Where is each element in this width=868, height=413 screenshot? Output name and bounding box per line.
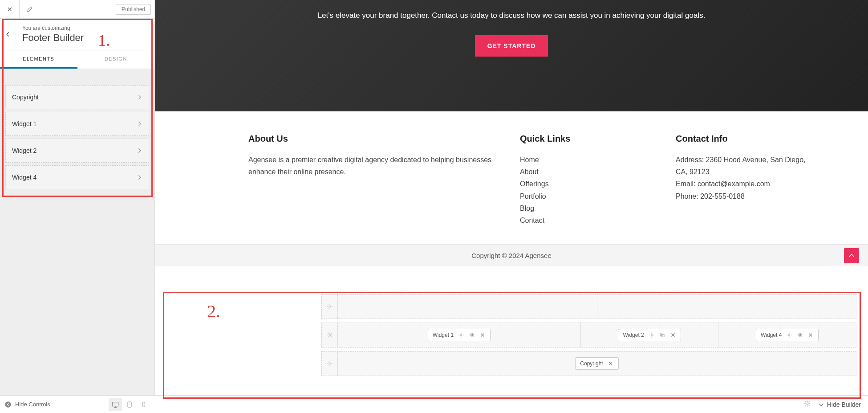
svg-rect-9	[798, 333, 801, 336]
close-button[interactable]	[0, 0, 20, 19]
row-settings-button[interactable]	[322, 294, 338, 319]
row-settings-button[interactable]	[322, 323, 338, 347]
tablet-icon	[126, 401, 133, 408]
gear-icon[interactable]	[786, 332, 792, 338]
gear-icon	[327, 303, 333, 310]
link-home[interactable]: Home	[520, 154, 653, 166]
scroll-top-button[interactable]	[844, 248, 859, 263]
hide-builder-label: Hide Builder	[827, 401, 861, 408]
element-item-widget4[interactable]: Widget 4	[5, 165, 149, 189]
device-desktop-button[interactable]	[109, 398, 122, 411]
svg-point-11	[329, 363, 331, 364]
close-icon[interactable]	[479, 332, 486, 338]
desktop-icon	[111, 401, 119, 409]
device-toggle-group	[109, 398, 150, 411]
duplicate-icon[interactable]	[659, 332, 665, 338]
customizer-titles: You are customizing Footer Builder	[16, 20, 90, 48]
builder-cell[interactable]: Widget 4	[718, 323, 856, 347]
builder-cell[interactable]	[597, 294, 856, 319]
copyright-text: Copyright © 2024 Agensee	[471, 252, 552, 259]
close-icon[interactable]	[608, 360, 614, 367]
cta-button[interactable]: GET STARTED	[475, 35, 548, 57]
back-button[interactable]	[0, 19, 16, 50]
customizer-header: You are customizing Footer Builder	[0, 19, 154, 50]
builder-row-bottom[interactable]: Copyright	[321, 351, 856, 376]
widget-chip-4[interactable]: Widget 4	[756, 329, 819, 341]
chip-label: Widget 2	[623, 332, 644, 338]
chevron-left-icon	[5, 31, 11, 37]
svg-rect-3	[470, 333, 473, 336]
builder-cell[interactable]	[338, 294, 597, 319]
svg-point-16	[807, 403, 808, 405]
close-icon	[6, 6, 13, 13]
widget-contact: Contact Info Address: 2360 Hood Avenue, …	[676, 134, 809, 226]
device-tablet-button[interactable]	[123, 398, 136, 411]
element-label: Copyright	[12, 94, 39, 101]
contact-address: Address: 2360 Hood Avenue, San Diego, CA…	[676, 154, 809, 178]
element-item-widget1[interactable]: Widget 1	[5, 112, 149, 136]
widget-text: Agensee is a premier creative digital ag…	[248, 154, 498, 178]
quicklinks-list: Home About Offerings Portfolio Blog Cont…	[520, 154, 653, 226]
close-icon[interactable]	[807, 332, 814, 338]
footer-widgets: About Us Agensee is a premier creative d…	[155, 111, 868, 244]
link-offerings[interactable]: Offerings	[520, 178, 653, 190]
chevron-up-icon	[848, 252, 855, 259]
element-item-copyright[interactable]: Copyright	[5, 85, 149, 109]
link-blog[interactable]: Blog	[520, 202, 653, 214]
chevron-right-icon	[136, 121, 142, 127]
duplicate-icon[interactable]	[797, 332, 803, 338]
chip-label: Widget 1	[433, 332, 454, 338]
sidebar-bottombar: Hide Controls	[0, 395, 155, 413]
chevron-right-icon	[136, 94, 142, 100]
tab-design[interactable]: DESIGN	[77, 50, 155, 69]
device-mobile-button[interactable]	[137, 398, 150, 411]
publish-button[interactable]: Published	[116, 4, 151, 15]
element-label: Widget 1	[12, 120, 37, 127]
svg-rect-7	[661, 334, 664, 337]
svg-point-12	[5, 401, 11, 407]
chip-label: Copyright	[580, 360, 603, 367]
contact-phone: Phone: 202-555-0188	[676, 190, 809, 202]
hide-controls-label: Hide Controls	[15, 401, 50, 408]
widget-title: Contact Info	[676, 134, 809, 144]
element-label: Widget 4	[12, 174, 37, 181]
close-icon[interactable]	[670, 332, 676, 338]
customizer-sidebar: Published You are customizing Footer Bui…	[0, 0, 155, 413]
chip-label: Widget 4	[761, 332, 782, 338]
gear-icon[interactable]	[458, 332, 464, 338]
edit-button[interactable]	[20, 0, 39, 19]
widget-about: About Us Agensee is a premier creative d…	[248, 134, 498, 226]
svg-point-8	[789, 334, 791, 336]
builder-settings-button[interactable]	[804, 400, 811, 409]
svg-rect-10	[799, 334, 802, 337]
tab-elements[interactable]: ELEMENTS	[0, 50, 77, 69]
link-about[interactable]: About	[520, 166, 653, 178]
breadcrumb: You are customizing	[22, 25, 84, 31]
collapse-icon	[4, 401, 12, 408]
link-portfolio[interactable]: Portfolio	[520, 190, 653, 202]
element-item-widget2[interactable]: Widget 2	[5, 139, 149, 163]
widget-chip-1[interactable]: Widget 1	[428, 329, 491, 341]
hide-controls-button[interactable]: Hide Controls	[4, 401, 50, 408]
builder-cell[interactable]: Widget 2	[581, 323, 719, 347]
element-label: Widget 2	[12, 147, 37, 154]
builder-row-top[interactable]	[321, 294, 856, 319]
svg-point-2	[460, 334, 462, 336]
hide-builder-button[interactable]: Hide Builder	[818, 401, 861, 408]
widget-title: About Us	[248, 134, 498, 144]
panel-title: Footer Builder	[22, 32, 84, 44]
duplicate-icon[interactable]	[469, 332, 475, 338]
widget-chip-2[interactable]: Widget 2	[618, 329, 681, 341]
svg-rect-6	[661, 333, 663, 336]
builder-cell[interactable]: Copyright	[338, 352, 856, 376]
row-settings-button[interactable]	[322, 352, 338, 376]
gear-icon	[327, 332, 333, 338]
builder-cell[interactable]: Widget 1	[338, 323, 581, 347]
builder-row-middle[interactable]: Widget 1 Widget 2	[321, 323, 856, 348]
widget-chip-copyright[interactable]: Copyright	[575, 357, 618, 370]
sidebar-topbar: Published	[0, 0, 154, 19]
svg-point-5	[651, 334, 653, 336]
gear-icon[interactable]	[649, 332, 655, 338]
link-contact[interactable]: Contact	[520, 214, 653, 226]
copyright-bar: Copyright © 2024 Agensee	[155, 244, 868, 266]
